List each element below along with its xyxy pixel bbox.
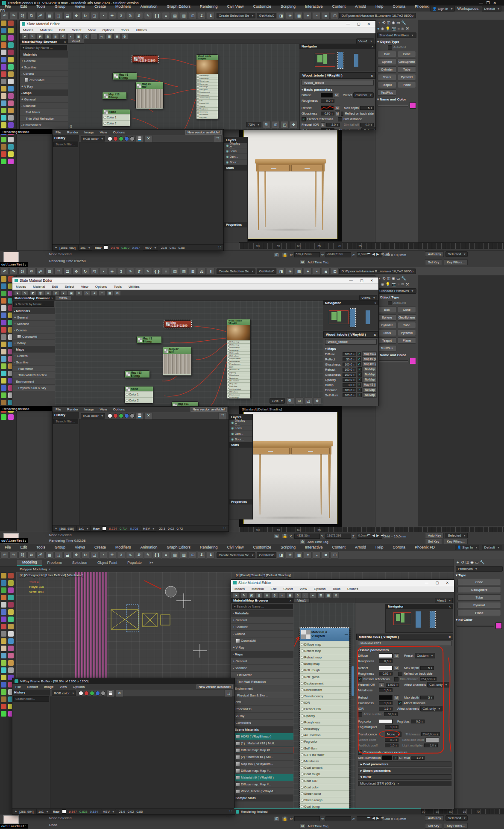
browser-tree-item[interactable]: (1) : Material #18 ( Mult. [231,740,293,747]
translucency-dropdown[interactable]: None ▾ [385,732,401,737]
menu-item[interactable]: Tools [32,545,50,549]
refract-color-swatch[interactable] [379,695,393,700]
toolbar-icon[interactable]: 🞄 [313,268,321,275]
node-slot[interactable]: Coat color [300,784,349,790]
object-name-field[interactable] [378,360,408,362]
fb-channel-dropdown[interactable]: RGB color ▾ [81,413,105,419]
node-slot[interactable]: Self-illum [196,118,218,119]
material-name-field[interactable]: Wood_tebole [325,339,377,345]
plugin-icon[interactable] [1,305,6,311]
plugin-icon[interactable] [1,291,6,296]
plugin-icon[interactable] [1,313,6,318]
toolbar-icon[interactable]: ▦ [45,552,53,559]
toolbar-icon[interactable]: ▥ [180,12,188,19]
name-color-rollout[interactable]: ▾ Name and Color [375,352,418,358]
fb-menu-item[interactable]: File [12,685,24,689]
plugin-icon[interactable] [1,86,6,91]
layer-row[interactable]: ◉Display C... [224,143,247,148]
ribbon-tab-freeform[interactable]: Freeform [42,560,67,565]
view1-tab[interactable]: View1 [293,598,310,603]
plugin-icon[interactable] [1,675,6,680]
toolbar-icon[interactable]: ≡ [162,12,170,19]
fb-channel-icon[interactable] [108,136,112,141]
refract-max-depth-spinner[interactable]: 5 [420,696,434,699]
layer-row[interactable]: ◉Sour... [224,159,247,165]
menu-item[interactable]: Scripting [276,545,300,549]
menu-item[interactable]: Modifiers [111,4,136,9]
sme-menu-item[interactable]: Edit [48,285,61,289]
object-type-rollout[interactable]: ▾ Object Type [375,39,418,44]
toolbar-icon[interactable]: ⬓ [63,268,71,275]
ribbon-tab-modeling[interactable]: Modeling [17,560,42,566]
plugin-icon[interactable] [8,100,14,106]
navigator-canvas-1[interactable] [299,49,375,71]
map-enable-checkbox[interactable]: ✓ [357,393,362,397]
object-type-rollout[interactable]: ▾ Object Type [375,295,418,300]
node-slot[interactable]: Displacement [300,680,349,686]
plugin-icon[interactable] [1,93,6,99]
zoom-level[interactable]: 73% ▾ [246,122,261,127]
plugin-icon[interactable] [8,414,14,420]
fb-channel-icon[interactable] [79,691,83,696]
auto-key-button[interactable]: Auto Key [425,815,444,821]
browser-tree-item[interactable]: - Scene Materials [231,726,293,733]
primitive-button[interactable]: Teapot [378,337,396,344]
primitive-button[interactable]: Cylinder [378,66,396,73]
fb-channel-icon[interactable] [113,136,118,141]
toolbar-icon[interactable]: ↷ [9,552,18,559]
new-version-banner[interactable]: New version available! [190,407,227,412]
fb-menu-item[interactable]: Options [70,685,88,689]
browser-tree-item[interactable]: Flat Mirror [20,109,68,115]
plugin-icon[interactable] [1,42,6,48]
menu-item[interactable]: Civil View [223,4,249,9]
sme-menu-item[interactable]: Select [280,587,296,591]
object-name-field[interactable] [457,625,494,627]
lock-selection-icon[interactable]: 🔒 [282,534,288,539]
toolbar-icon[interactable]: ⬓ [63,552,71,559]
toolbar-icon[interactable]: ☀ [286,268,294,275]
sme-menu-item[interactable]: View [85,28,99,32]
plugin-icon[interactable] [8,653,14,658]
primitive-button[interactable]: Pyramid [398,74,416,80]
sme-window-controls[interactable]: — ▢ ✕ [346,22,373,26]
fb-channel-icon[interactable] [95,691,100,696]
reflect-map-button[interactable]: M [335,106,340,111]
coat-parameters-rollout[interactable]: ▸ Coat parameters [358,761,451,767]
browser-tree-item[interactable]: + General [12,353,55,359]
browser-tree-item[interactable]: - Environment [12,378,55,385]
node-map31[interactable]: Map #31Bitmap [171,401,199,406]
menu-item[interactable]: Interactive [300,545,328,549]
layer-row[interactable]: ◉Den... [224,154,247,159]
fb-mode[interactable]: Raw [53,810,59,814]
node-slot[interactable]: Coat IOR [227,399,250,399]
node-slot[interactable]: Diffuse map [300,641,349,647]
refract-glossiness-spinner[interactable]: 1,0 [379,701,393,705]
menu-item[interactable]: Customize [248,4,276,9]
fb-channel-dropdown[interactable]: RGB color ▾ [52,690,76,696]
viewport-label-2[interactable]: [Standard] [Default Shading] [242,407,282,411]
fb-zoom-dropdown[interactable]: 1x1 ▾ [78,245,92,251]
reflect-roughness-spinner[interactable]: 0,02 [379,672,393,676]
compensate-checkbox[interactable]: ✓ [358,750,362,755]
plugin-icon[interactable] [8,667,14,673]
browser-tree-item[interactable]: Thin Wall Refraction [12,372,55,378]
fb-channel-icon[interactable] [124,136,129,141]
object-type-rollout[interactable]: ▾ Type [454,572,504,578]
toolbar-icon[interactable]: ⇵ [135,12,143,19]
sme-menu-item[interactable]: Options [99,28,118,32]
dim-falloff-spinner[interactable]: 0,0 [360,123,374,127]
sme-menu-item[interactable]: Select [61,285,77,289]
map-slot-button[interactable]: No Map [363,392,377,398]
properties-header[interactable]: Properties [224,222,247,227]
close-icon[interactable]: x [51,296,53,300]
toolbar-icon[interactable]: ◨ [277,552,285,559]
plugin-icon[interactable] [1,667,6,673]
selection-set-dropdown[interactable]: Create Selection Se ▾ [217,552,255,558]
toolbar-icon[interactable]: ✥ [72,12,80,19]
sme-menu-item[interactable]: Modes [12,285,29,289]
toolbar-icon[interactable]: ⬚ [54,268,62,275]
plugin-icon[interactable] [1,64,6,70]
plugin-icon[interactable] [1,276,6,282]
fresnel-checkbox[interactable]: ✓ [358,677,362,681]
plugin-icon[interactable] [1,704,6,709]
